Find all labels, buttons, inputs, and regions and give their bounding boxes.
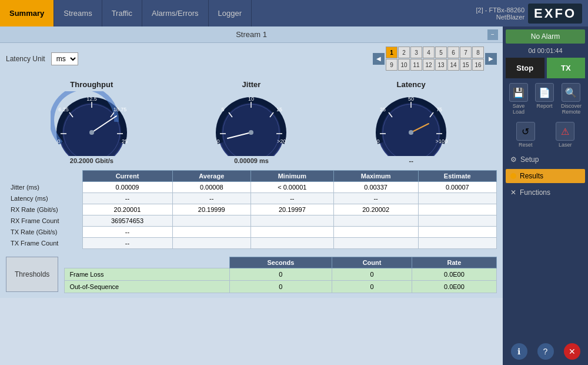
svg-text:>20: >20 — [278, 138, 286, 144]
stream-num-13[interactable]: 13 — [435, 59, 447, 71]
functions-menu-item[interactable]: ✕ Functions — [506, 185, 585, 200]
svg-text:0: 0 — [217, 138, 220, 144]
svg-point-41 — [409, 130, 413, 135]
reset-button[interactable]: ↺ Reset — [516, 122, 535, 148]
thresholds-button[interactable]: Thresholds — [6, 257, 58, 292]
results-dot-icon — [510, 173, 516, 179]
svg-point-13 — [89, 130, 94, 135]
stream-num-16[interactable]: 16 — [472, 59, 484, 71]
stream-num-8[interactable]: 8 — [472, 47, 484, 58]
threshold-col-seconds: Seconds — [229, 257, 332, 268]
col-current: Current — [82, 171, 172, 182]
timer-display: 0d 00:01:44 — [506, 46, 585, 55]
functions-icon: ✕ — [510, 188, 516, 197]
stream-num-10[interactable]: 10 — [398, 59, 410, 71]
svg-text:0: 0 — [377, 138, 380, 144]
alarm-button[interactable]: No Alarm — [506, 29, 585, 44]
svg-point-27 — [249, 130, 253, 135]
svg-text:50: 50 — [408, 96, 414, 102]
latency-unit-select[interactable]: ms µs ns — [51, 52, 78, 65]
gear-icon: ⚙ — [510, 155, 517, 164]
discover-remote-button[interactable]: 🔍 DiscoverRemote — [561, 83, 582, 115]
tab-summary[interactable]: Summary — [0, 0, 54, 26]
latency-unit-label: Latency Unit — [6, 55, 45, 63]
table-row: RX Rate (Gbit/s)20.2000120.1999920.19997… — [6, 204, 497, 215]
tab-traffic[interactable]: Traffic — [102, 0, 142, 26]
close-button[interactable]: ✕ — [564, 343, 580, 360]
svg-text:10: 10 — [248, 96, 254, 102]
col-minimum: Minimum — [251, 171, 334, 182]
stream-num-4[interactable]: 4 — [423, 47, 435, 58]
stream-num-14[interactable]: 14 — [447, 59, 459, 71]
laser-icon: ⚠ — [556, 122, 574, 141]
svg-text:18.75: 18.75 — [113, 107, 127, 112]
device-name: NetBlazer — [496, 14, 524, 21]
svg-text:12.5: 12.5 — [86, 96, 97, 102]
stop-button[interactable]: Stop — [506, 58, 544, 78]
jitter-gauge: Jitter 10 5 15 0 >20 — [210, 80, 292, 164]
stream-num-11[interactable]: 11 — [410, 59, 422, 71]
svg-text:5: 5 — [222, 107, 225, 112]
svg-text:25: 25 — [380, 107, 386, 112]
threshold-col-rate: Rate — [412, 257, 496, 268]
stream-num-12[interactable]: 12 — [423, 59, 435, 71]
tab-logger[interactable]: Logger — [209, 0, 252, 26]
table-row: Latency (ms)-------- — [6, 193, 497, 204]
svg-text:15: 15 — [276, 107, 282, 112]
tab-streams[interactable]: Streams — [54, 0, 102, 26]
stream-header: Stream 1 − — [0, 26, 503, 43]
threshold-row: Frame Loss000.0E00 — [65, 268, 497, 281]
laser-button[interactable]: ⚠ Laser — [556, 122, 574, 148]
col-estimate: Estimate — [418, 171, 496, 182]
table-row: RX Frame Count369574653 — [6, 215, 497, 227]
stream-prev-btn[interactable]: ◀ — [373, 53, 385, 65]
table-row: TX Rate (Gbit/s)-- — [6, 227, 497, 238]
stream-num-15[interactable]: 15 — [460, 59, 472, 71]
metrics-table: Current Average Minimum Maximum Estimate… — [6, 170, 497, 249]
report-icon: 📄 — [535, 83, 554, 102]
results-menu-item[interactable]: Results — [506, 169, 585, 183]
jitter-gauge-svg: 10 5 15 0 >20 — [210, 91, 292, 156]
exfo-logo: EXFO — [528, 4, 582, 24]
table-row: TX Frame Count-- — [6, 238, 497, 249]
info-button[interactable]: ℹ — [511, 343, 527, 360]
stream-next-btn[interactable]: ▶ — [485, 53, 497, 65]
right-sidebar: No Alarm 0d 00:01:44 Stop TX 💾 SaveLoad … — [503, 26, 588, 365]
stream-num-2[interactable]: 2 — [398, 47, 410, 58]
report-button[interactable]: 📄 Report — [535, 83, 554, 115]
stream-title: Stream 1 — [236, 30, 267, 39]
discover-icon: 🔍 — [562, 83, 580, 102]
stream-num-1[interactable]: 1 — [386, 47, 397, 58]
setup-menu-item[interactable]: ⚙ Setup — [506, 152, 585, 167]
stream-num-3[interactable]: 3 — [410, 47, 422, 58]
svg-text:0: 0 — [57, 138, 60, 144]
svg-text:75: 75 — [436, 107, 442, 112]
reset-icon: ↺ — [516, 122, 535, 141]
stream-num-9[interactable]: 9 — [386, 59, 397, 71]
tx-button[interactable]: TX — [547, 58, 586, 78]
latency-gauge-svg: 50 25 75 0 >100 — [370, 91, 452, 156]
save-load-button[interactable]: 💾 SaveLoad — [509, 83, 528, 115]
svg-text:6.25: 6.25 — [58, 107, 69, 112]
svg-text:>100: >100 — [436, 138, 447, 144]
stream-num-6[interactable]: 6 — [447, 47, 459, 58]
col-average: Average — [172, 171, 251, 182]
stream-num-5[interactable]: 5 — [435, 47, 447, 58]
col-maximum: Maximum — [333, 171, 418, 182]
thresholds-table: Seconds Count Rate Frame Loss000.0E00Out… — [64, 257, 497, 293]
threshold-row: Out-of-Sequence000.0E00 — [65, 281, 497, 293]
latency-gauge: Latency 50 25 75 0 >100 — [370, 80, 452, 164]
stream-collapse-btn[interactable]: − — [487, 29, 498, 40]
threshold-col-count: Count — [332, 257, 412, 268]
svg-text:25: 25 — [122, 138, 128, 144]
device-model: [2] - FTBx-88260 — [476, 6, 525, 14]
help-button[interactable]: ? — [537, 343, 554, 360]
throughput-gauge-svg: 12.5 6.25 18.75 0 25 — [51, 91, 133, 156]
save-icon: 💾 — [509, 83, 528, 102]
throughput-gauge: Throughput 12.5 6 — [51, 80, 133, 164]
stream-num-7[interactable]: 7 — [460, 47, 472, 58]
tab-alarms-errors[interactable]: Alarms/Errors — [142, 0, 208, 26]
table-row: Jitter (ms)0.000090.00008< 0.000010.0033… — [6, 182, 497, 193]
